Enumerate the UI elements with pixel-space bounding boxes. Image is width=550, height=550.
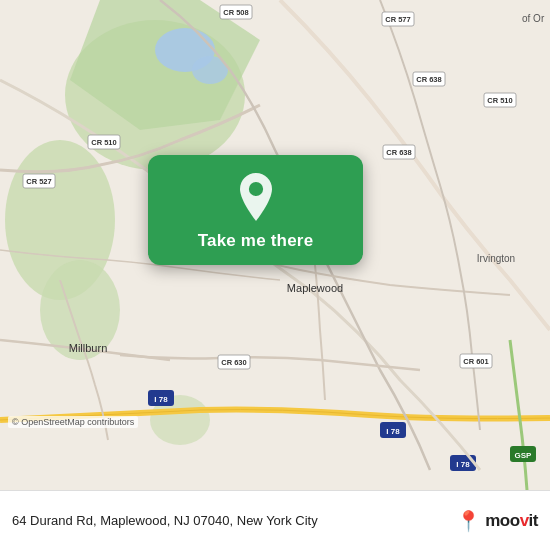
svg-text:CR 630: CR 630 bbox=[221, 358, 246, 367]
svg-text:CR 577: CR 577 bbox=[385, 15, 410, 24]
svg-text:I 78: I 78 bbox=[154, 395, 168, 404]
moovit-pin-icon: 📍 bbox=[456, 509, 481, 533]
svg-text:CR 601: CR 601 bbox=[463, 357, 488, 366]
map-container: I 78 I 78 I 78 GSP CR 508 CR bbox=[0, 0, 550, 490]
moovit-logo: 📍 moovit bbox=[456, 509, 538, 533]
svg-text:Irvington: Irvington bbox=[477, 253, 515, 264]
svg-text:CR 510: CR 510 bbox=[91, 138, 116, 147]
svg-text:CR 508: CR 508 bbox=[223, 8, 248, 17]
location-pin-icon bbox=[232, 173, 280, 221]
svg-text:Maplewood: Maplewood bbox=[287, 282, 343, 294]
address-text: 64 Durand Rd, Maplewood, NJ 07040, New Y… bbox=[12, 513, 456, 528]
svg-text:CR 638: CR 638 bbox=[386, 148, 411, 157]
take-me-there-label: Take me there bbox=[198, 231, 314, 251]
svg-text:I 78: I 78 bbox=[456, 460, 470, 469]
svg-point-38 bbox=[248, 182, 262, 196]
svg-text:of Or: of Or bbox=[522, 13, 545, 24]
svg-text:CR 638: CR 638 bbox=[416, 75, 441, 84]
svg-text:CR 527: CR 527 bbox=[26, 177, 51, 186]
svg-text:CR 510: CR 510 bbox=[487, 96, 512, 105]
svg-text:GSP: GSP bbox=[515, 451, 533, 460]
map-attribution: © OpenStreetMap contributors bbox=[8, 416, 138, 428]
attribution-text: © OpenStreetMap contributors bbox=[12, 417, 134, 427]
svg-text:I 78: I 78 bbox=[386, 427, 400, 436]
take-me-there-card[interactable]: Take me there bbox=[148, 155, 363, 265]
bottom-bar: 64 Durand Rd, Maplewood, NJ 07040, New Y… bbox=[0, 490, 550, 550]
moovit-brand-name: moovit bbox=[485, 511, 538, 531]
svg-text:Millburn: Millburn bbox=[69, 342, 108, 354]
